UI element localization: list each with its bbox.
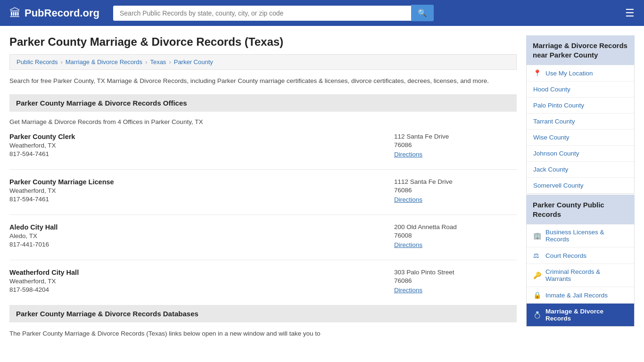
sidebar-item-label-criminal: Criminal Records & Warrants [545, 268, 627, 282]
sidebar-item-label-marriage: Marriage & Divorce Records [545, 308, 627, 322]
office-divider-2 [9, 214, 517, 215]
search-bar: 🔍 [113, 5, 434, 21]
office-divider-1 [9, 169, 517, 170]
sidebar-item-palo-pinto-county[interactable]: Palo Pinto County [527, 98, 634, 114]
inmate-icon: 🔒 [533, 291, 542, 299]
office-left-4: Weatherford City Hall Weatherford, TX 81… [9, 269, 385, 294]
breadcrumb-parker-county[interactable]: Parker County [174, 58, 213, 66]
office-divider-3 [9, 260, 517, 260]
offices-section-header: Parker County Marriage & Divorce Records… [9, 94, 517, 112]
office-phone-1: 817-594-7461 [9, 150, 385, 157]
business-icon: 🏢 [533, 232, 542, 239]
logo-icon: 🏛 [9, 7, 21, 20]
sidebar-item-tarrant-county[interactable]: Tarrant County [527, 114, 634, 130]
breadcrumb-sep-1: › [60, 58, 62, 66]
office-phone-3: 817-441-7016 [9, 241, 385, 248]
breadcrumb-sep-2: › [145, 58, 147, 66]
offices-section: Parker County Marriage & Divorce Records… [9, 94, 517, 294]
office-left-3: Aledo City Hall Aledo, TX 817-441-7016 [9, 223, 385, 248]
sidebar-item-somervell-county[interactable]: Somervell County [527, 178, 634, 193]
office-left-2: Parker County Marriage License Weatherfo… [9, 178, 385, 203]
sidebar-item-hood-county[interactable]: Hood County [527, 82, 634, 98]
breadcrumb: Public Records › Marriage & Divorce Reco… [9, 54, 517, 70]
databases-section-header: Parker County Marriage & Divorce Records… [9, 305, 517, 322]
breadcrumb-texas[interactable]: Texas [150, 58, 166, 66]
office-street-2: 1112 Santa Fe Drive [394, 178, 517, 185]
office-city-1: Weatherford, TX [9, 142, 385, 149]
office-name-4: Weatherford City Hall [9, 269, 385, 276]
sidebar-item-marriage-divorce[interactable]: 💍 Marriage & Divorce Records [527, 304, 634, 326]
sidebar-item-johnson-county[interactable]: Johnson County [527, 146, 634, 162]
office-entry-3: Aledo City Hall Aledo, TX 817-441-7016 2… [9, 223, 517, 248]
sidebar: Marriage & Divorce Records near Parker C… [526, 35, 635, 339]
header: 🏛 PubRecord.org 🔍 ☰ [0, 0, 644, 26]
logo-text: PubRecord.org [25, 7, 99, 19]
nearby-section-title: Marriage & Divorce Records near Parker C… [526, 35, 635, 65]
office-left-1: Parker County Clerk Weatherford, TX 817-… [9, 133, 385, 158]
content-area: Parker County Marriage & Divorce Records… [9, 35, 517, 339]
office-phone-4: 817-598-4204 [9, 286, 385, 293]
office-right-2: 1112 Santa Fe Drive 76086 Directions [394, 178, 517, 203]
sidebar-item-jack-county[interactable]: Jack County [527, 162, 634, 178]
public-records-section: Parker County Public Records 🏢 Business … [526, 195, 635, 327]
search-icon: 🔍 [418, 9, 427, 17]
search-button[interactable]: 🔍 [411, 5, 434, 21]
office-zip-4: 76086 [394, 277, 517, 284]
sidebar-item-label-wise: Wise County [533, 134, 570, 141]
court-icon: ⚖ [533, 252, 542, 259]
sidebar-item-label-court: Court Records [545, 252, 586, 259]
office-name-3: Aledo City Hall [9, 223, 385, 231]
location-pin-icon: 📍 [533, 69, 542, 77]
logo[interactable]: 🏛 PubRecord.org [9, 7, 104, 20]
main-container: Parker County Marriage & Divorce Records… [0, 26, 644, 339]
menu-button[interactable]: ☰ [625, 7, 635, 19]
sidebar-item-use-my-location[interactable]: 📍 Use My Location [527, 65, 634, 82]
sidebar-item-criminal-records[interactable]: 🔑 Criminal Records & Warrants [527, 264, 634, 287]
office-entry-2: Parker County Marriage License Weatherfo… [9, 178, 517, 203]
sidebar-item-label-jack: Jack County [533, 166, 568, 173]
office-city-2: Weatherford, TX [9, 187, 385, 194]
databases-section: Parker County Marriage & Divorce Records… [9, 305, 517, 338]
public-records-section-title: Parker County Public Records [526, 195, 635, 224]
hamburger-icon: ☰ [625, 7, 635, 19]
sidebar-item-label-business: Business Licenses & Records [545, 229, 627, 243]
office-street-4: 303 Palo Pinto Street [394, 269, 517, 276]
office-zip-3: 76008 [394, 232, 517, 239]
sidebar-item-business-licenses[interactable]: 🏢 Business Licenses & Records [527, 224, 634, 247]
directions-link-4[interactable]: Directions [394, 287, 422, 294]
sidebar-item-label-palo-pinto: Palo Pinto County [533, 102, 584, 109]
sidebar-item-inmate-records[interactable]: 🔒 Inmate & Jail Records [527, 287, 634, 304]
page-title: Parker County Marriage & Divorce Records… [9, 35, 517, 49]
sidebar-item-court-records[interactable]: ⚖ Court Records [527, 247, 634, 264]
sidebar-item-wise-county[interactable]: Wise County [527, 130, 634, 146]
sidebar-item-label-somervell: Somervell County [533, 182, 584, 189]
breadcrumb-sep-3: › [169, 58, 171, 66]
office-name-2: Parker County Marriage License [9, 178, 385, 186]
marriage-icon: 💍 [533, 311, 542, 319]
sidebar-item-label-hood: Hood County [533, 86, 570, 93]
offices-section-subtext: Get Marriage & Divorce Records from 4 Of… [9, 118, 517, 125]
office-right-4: 303 Palo Pinto Street 76086 Directions [394, 269, 517, 294]
office-zip-2: 76086 [394, 187, 517, 194]
directions-link-1[interactable]: Directions [394, 151, 422, 158]
sidebar-item-label-tarrant: Tarrant County [533, 118, 575, 125]
office-street-3: 200 Old Annetta Road [394, 223, 517, 230]
breadcrumb-marriage-divorce[interactable]: Marriage & Divorce Records [66, 58, 142, 66]
office-city-3: Aledo, TX [9, 232, 385, 239]
office-entry-1: Parker County Clerk Weatherford, TX 817-… [9, 133, 517, 158]
directions-link-2[interactable]: Directions [394, 196, 422, 203]
sidebar-item-label-location: Use My Location [545, 70, 593, 77]
sidebar-item-label-inmate: Inmate & Jail Records [545, 292, 608, 299]
nearby-section: Marriage & Divorce Records near Parker C… [526, 35, 635, 194]
office-zip-1: 76086 [394, 141, 517, 148]
sidebar-item-label-johnson: Johnson County [533, 150, 579, 157]
directions-link-3[interactable]: Directions [394, 241, 422, 248]
office-right-1: 112 Santa Fe Drive 76086 Directions [394, 133, 517, 158]
databases-description: The Parker County Marriage & Divorce Rec… [9, 329, 517, 338]
search-input[interactable] [113, 6, 411, 21]
breadcrumb-public-records[interactable]: Public Records [17, 58, 58, 66]
criminal-icon: 🔑 [533, 272, 542, 279]
page-description: Search for free Parker County, TX Marria… [9, 76, 517, 86]
office-phone-2: 817-594-7461 [9, 196, 385, 203]
office-right-3: 200 Old Annetta Road 76008 Directions [394, 223, 517, 248]
